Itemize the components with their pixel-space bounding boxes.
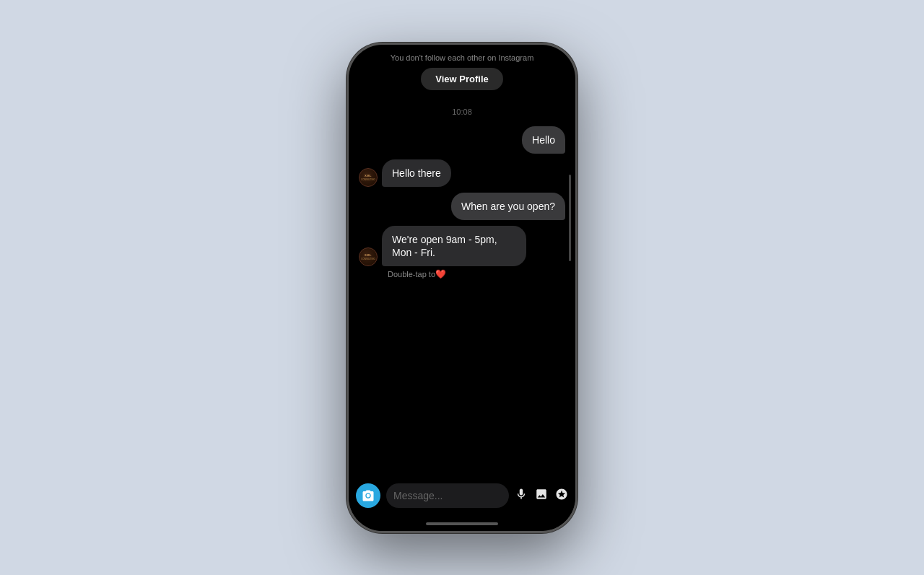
messages-area: 10:08 Hello XML CONSULTING Hello there <box>349 96 575 478</box>
camera-icon <box>362 489 375 502</box>
input-bar: Message... <box>349 478 575 517</box>
message-input[interactable]: Message... <box>386 483 509 508</box>
volume-up-button <box>346 164 348 196</box>
message-text: We're open 9am - 5pm, Mon - Fri. <box>392 234 497 258</box>
phone-screen: You don't follow each other on Instagram… <box>349 45 575 531</box>
table-row: Hello <box>359 126 565 154</box>
avatar-label-xml2: XML <box>365 253 372 257</box>
volume-down-button <box>346 207 348 240</box>
home-bar <box>426 522 498 525</box>
phone-frame: You don't follow each other on Instagram… <box>346 43 578 533</box>
avatar-label-consulting2: CONSULTING <box>361 258 375 260</box>
home-indicator <box>349 517 575 531</box>
avatar-label-consulting: CONSULTING <box>361 178 375 181</box>
sticker-icon[interactable] <box>555 488 568 504</box>
power-button <box>576 146 578 189</box>
sent-bubble-open[interactable]: When are you open? <box>451 193 565 220</box>
table-row: XML CONSULTING Hello there <box>359 159 565 187</box>
message-timestamp: 10:08 <box>359 107 565 116</box>
avatar: XML CONSULTING <box>359 247 378 266</box>
reaction-emoji[interactable]: ❤️ <box>435 269 446 279</box>
input-icons <box>515 488 568 504</box>
camera-button[interactable] <box>356 483 380 508</box>
sent-bubble-hello[interactable]: Hello <box>522 126 565 154</box>
microphone-icon[interactable] <box>515 488 528 504</box>
follow-status-text: You don't follow each other on Instagram <box>363 53 561 62</box>
mute-button <box>346 131 348 153</box>
message-text: When are you open? <box>461 201 555 212</box>
reaction-row: Double-tap to ❤️ <box>359 269 565 279</box>
avatar: XML CONSULTING <box>359 168 378 187</box>
message-placeholder: Message... <box>393 490 502 501</box>
received-bubble-hours[interactable]: We're open 9am - 5pm, Mon - Fri. <box>382 226 526 266</box>
avatar-label-xml: XML <box>365 174 372 177</box>
table-row: When are you open? <box>359 193 565 220</box>
received-bubble-hello-there[interactable]: Hello there <box>382 159 451 187</box>
reaction-label: Double-tap to <box>388 270 435 278</box>
top-info-area: You don't follow each other on Instagram… <box>349 45 575 96</box>
message-text: Hello <box>532 134 555 146</box>
message-text: Hello there <box>392 167 441 179</box>
image-icon[interactable] <box>535 488 548 504</box>
view-profile-button[interactable]: View Profile <box>421 68 502 90</box>
table-row: XML CONSULTING We're open 9am - 5pm, Mon… <box>359 226 565 266</box>
